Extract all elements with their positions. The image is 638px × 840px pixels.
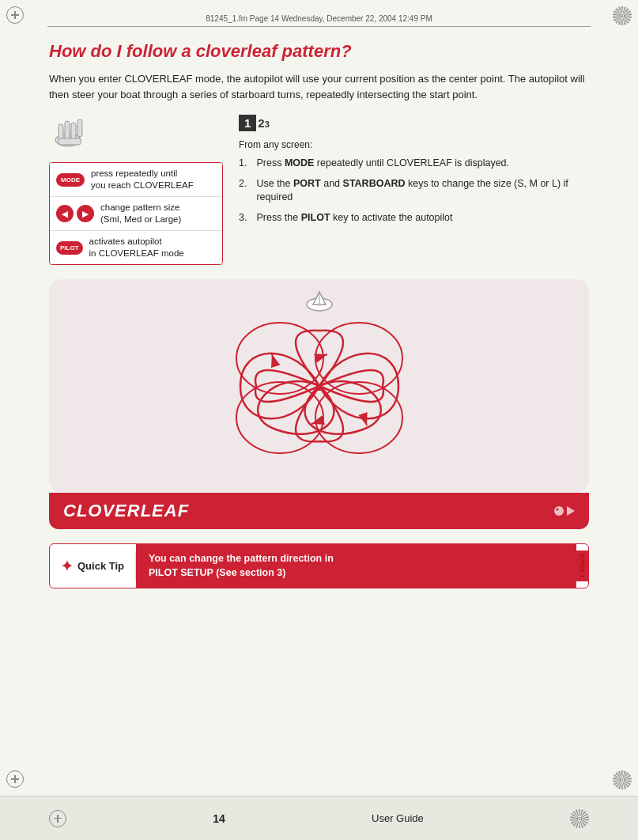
page: 81245_1.fm Page 14 Wednesday, December 2…	[0, 0, 638, 840]
footer-guide-text: User Guide	[372, 812, 424, 824]
svg-rect-5	[59, 138, 81, 145]
center-dot	[316, 384, 323, 391]
tip-code: D7622-1	[576, 551, 588, 581]
from-screen-label: From any screen:	[239, 139, 589, 150]
step-1-text: Press MODE repeatedly until CLOVERLEAF i…	[256, 157, 509, 171]
footer-reg-right	[570, 809, 589, 828]
svg-rect-3	[71, 123, 76, 140]
hand-icon	[49, 115, 223, 154]
svg-point-14	[554, 506, 564, 516]
step-2-text: Use the PORT and STARBOARD keys to chang…	[256, 177, 589, 205]
quick-tip-label-text: Quick Tip	[77, 560, 124, 572]
reg-mark-tl	[6, 6, 28, 28]
reg-mark-br	[610, 770, 632, 793]
intro-paragraph: When you enter CLOVERLEAF mode, the auto…	[49, 71, 587, 102]
pilot-badge: PILOT	[56, 241, 83, 255]
key-row-pilot: PILOT activates autopilot in CLOVERLEAF …	[50, 231, 222, 264]
starboard-badge: ▶	[77, 205, 94, 222]
svg-point-9	[315, 323, 402, 394]
diagram-container: CLOVERLEAF	[49, 279, 589, 529]
key-row-mode: MODE press repeatedly until you reach CL…	[50, 163, 222, 197]
step-2-bold1: PORT	[293, 178, 321, 189]
pilot-desc: activates autopilot in CLOVERLEAF mode	[89, 236, 184, 259]
step-numbers-icon: 1 2 3	[239, 115, 589, 131]
diagram-label: CLOVERLEAF	[63, 501, 189, 521]
meta-text: 81245_1.fm Page 14 Wednesday, December 2…	[206, 14, 432, 23]
arrows-desc: change pattern size (Sml, Med or Large)	[100, 202, 181, 225]
step-1-bold: MODE	[285, 157, 315, 168]
arrow-badges: ◀ ▶	[56, 205, 94, 222]
footer-page-number: 14	[213, 812, 225, 825]
port-badge: ◀	[56, 205, 74, 222]
steps-list: Press MODE repeatedly until CLOVERLEAF i…	[239, 157, 589, 225]
step-1: Press MODE repeatedly until CLOVERLEAF i…	[239, 157, 589, 171]
diagram-label-bar: CLOVERLEAF	[49, 493, 589, 529]
mode-desc: press repeatedly until you reach CLOVERL…	[91, 168, 194, 191]
svg-point-12	[236, 323, 323, 394]
step-3-bold: PILOT	[301, 212, 330, 223]
quick-tip-text: You can change the pattern direction in …	[136, 544, 576, 588]
step-3: Press the PILOT key to activate the auto…	[239, 211, 589, 225]
svg-point-15	[557, 509, 559, 511]
two-column-section: MODE press repeatedly until you reach CL…	[49, 115, 589, 265]
svg-marker-16	[567, 506, 575, 516]
fish-icon	[553, 503, 575, 519]
diagram-box	[49, 279, 589, 493]
quick-tip-label-area: ✦ Quick Tip	[50, 551, 136, 581]
left-column: MODE press repeatedly until you reach CL…	[49, 115, 223, 265]
page-title: How do I follow a cloverleaf pattern?	[49, 41, 589, 62]
key-legend: MODE press repeatedly until you reach CL…	[49, 162, 223, 265]
cloverleaf-svg	[98, 295, 541, 477]
reg-mark-bl	[6, 770, 28, 793]
key-row-arrows: ◀ ▶ change pattern size (Sml, Med or Lar…	[50, 197, 222, 231]
content-area: How do I follow a cloverleaf pattern? Wh…	[49, 41, 589, 777]
boat-icon	[304, 290, 335, 316]
footer-reg-left	[49, 810, 66, 827]
step-2-bold2: STARBOARD	[343, 178, 406, 189]
quick-tip-bar: ✦ Quick Tip You can change the pattern d…	[49, 543, 589, 588]
meta-bar: 81245_1.fm Page 14 Wednesday, December 2…	[47, 14, 591, 27]
svg-rect-4	[77, 119, 82, 137]
footer: 14 User Guide	[0, 796, 638, 840]
svg-rect-2	[65, 121, 70, 140]
step-2: Use the PORT and STARBOARD keys to chang…	[239, 177, 589, 205]
reg-mark-tr	[610, 6, 632, 28]
right-column: 1 2 3 From any screen: Press MODE repeat…	[239, 115, 589, 265]
mode-badge: MODE	[56, 173, 85, 187]
step-3-text: Press the PILOT key to activate the auto…	[256, 211, 452, 225]
bulb-icon: ✦	[61, 558, 73, 575]
